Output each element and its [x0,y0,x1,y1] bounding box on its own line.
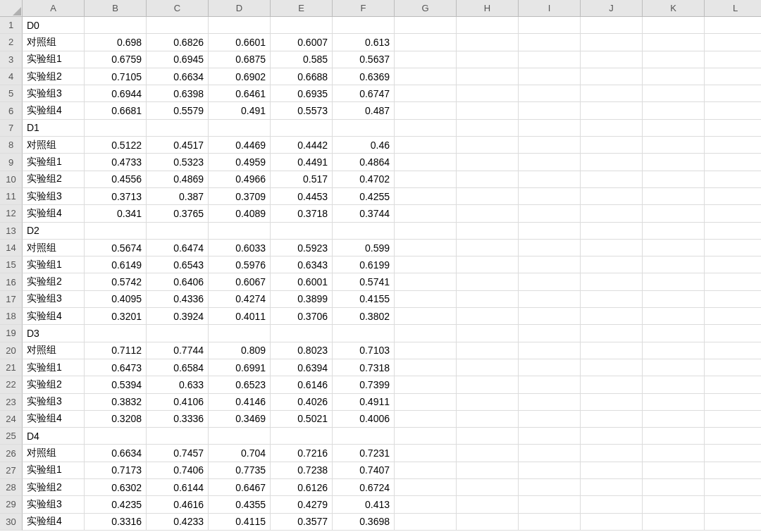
cell[interactable]: D2 [23,223,85,240]
cell[interactable]: 实验组3 [23,291,85,308]
cell[interactable] [581,394,643,411]
cell[interactable] [581,325,643,342]
cell[interactable] [395,479,457,496]
cell[interactable] [457,154,519,171]
cell[interactable] [519,514,581,531]
cell[interactable] [643,51,705,68]
cell[interactable]: 0.6199 [333,256,395,273]
cell[interactable] [457,496,519,513]
cell[interactable]: 0.6461 [209,85,271,102]
cell[interactable] [643,479,705,496]
cell[interactable]: 0.6144 [147,479,209,496]
cell[interactable]: 0.3802 [333,308,395,325]
cell[interactable]: 0.7318 [333,359,395,376]
cell[interactable] [209,17,271,34]
row-header[interactable]: 27 [0,462,23,479]
cell[interactable]: 实验组1 [23,462,85,479]
cell[interactable] [457,223,519,240]
cell[interactable]: 0.5637 [333,51,395,68]
cell[interactable] [457,342,519,359]
cell[interactable]: 0.4235 [85,496,147,513]
cell[interactable] [457,256,519,273]
cell[interactable] [457,291,519,308]
cell[interactable]: 0.7744 [147,342,209,359]
cell[interactable]: D4 [23,428,85,445]
cell[interactable] [581,445,643,462]
cell[interactable]: 0.7406 [147,462,209,479]
cell[interactable] [395,428,457,445]
cell[interactable]: 0.4274 [209,291,271,308]
cell[interactable] [147,223,209,240]
cell[interactable]: 0.5674 [85,240,147,256]
cell[interactable] [705,462,761,479]
row-header[interactable]: 24 [0,411,23,428]
cell[interactable] [519,462,581,479]
cell[interactable] [519,479,581,496]
cell[interactable] [395,68,457,85]
cell[interactable]: 0.6001 [271,273,333,290]
cell[interactable] [705,342,761,359]
cell[interactable]: 0.6149 [85,256,147,273]
cell[interactable] [643,308,705,325]
cell[interactable] [705,205,761,222]
cell[interactable] [581,17,643,34]
cell[interactable] [643,359,705,376]
cell[interactable] [581,462,643,479]
cell[interactable]: 0.6007 [271,34,333,51]
cell[interactable]: 0.4702 [333,171,395,188]
cell[interactable] [705,17,761,34]
cell[interactable] [395,85,457,102]
cell[interactable] [519,120,581,137]
cell[interactable] [271,428,333,445]
cell[interactable] [705,308,761,325]
row-header[interactable]: 15 [0,256,23,273]
column-header[interactable]: I [519,0,581,17]
cell[interactable]: 0.6343 [271,256,333,273]
row-header[interactable]: 11 [0,188,23,205]
cell[interactable]: 0.4106 [147,394,209,411]
cell[interactable]: 0.4864 [333,154,395,171]
cell[interactable]: 0.413 [333,496,395,513]
cell[interactable] [581,34,643,51]
cell[interactable] [643,171,705,188]
cell[interactable] [457,102,519,119]
cell[interactable] [209,223,271,240]
cell[interactable]: 0.3718 [271,205,333,222]
cell[interactable] [395,376,457,393]
cell[interactable]: 0.3336 [147,411,209,428]
cell[interactable] [705,171,761,188]
cell[interactable] [705,273,761,290]
cell[interactable] [705,445,761,462]
cell[interactable]: 0.6474 [147,240,209,256]
cell[interactable] [705,68,761,85]
cell[interactable] [457,205,519,222]
cell[interactable]: 0.585 [271,51,333,68]
column-header[interactable]: C [147,0,209,17]
cell[interactable] [395,411,457,428]
row-header[interactable]: 2 [0,34,23,51]
cell[interactable] [519,17,581,34]
cell[interactable] [643,34,705,51]
cell[interactable] [457,137,519,154]
cell[interactable]: 0.4869 [147,171,209,188]
cell[interactable] [705,240,761,256]
cell[interactable] [395,342,457,359]
cell[interactable] [395,188,457,205]
cell[interactable]: 0.6902 [209,68,271,85]
cell[interactable] [457,394,519,411]
cell[interactable]: 0.6944 [85,85,147,102]
cell[interactable]: D0 [23,17,85,34]
cell[interactable]: 0.4089 [209,205,271,222]
cell[interactable] [643,514,705,531]
cell[interactable]: 实验组2 [23,68,85,85]
cell[interactable]: 0.6688 [271,68,333,85]
cell[interactable] [85,17,147,34]
cell[interactable] [457,171,519,188]
cell[interactable] [395,359,457,376]
cell[interactable] [457,479,519,496]
cell[interactable] [519,68,581,85]
cell[interactable]: 0.6945 [147,51,209,68]
row-header[interactable]: 22 [0,376,23,393]
cell[interactable]: 0.6473 [85,359,147,376]
cell[interactable]: 0.5976 [209,256,271,273]
